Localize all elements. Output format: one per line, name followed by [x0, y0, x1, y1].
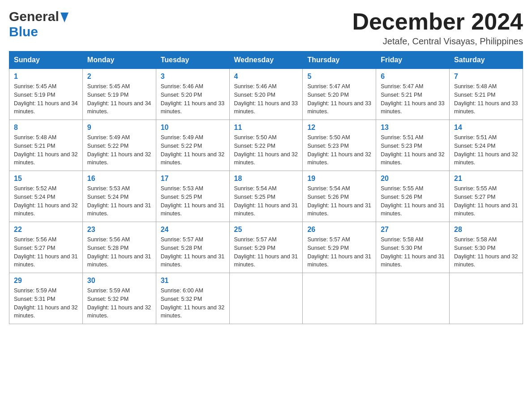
day-number: 2: [87, 73, 151, 81]
day-number: 30: [87, 277, 151, 285]
day-info: Sunrise: 5:50 AMSunset: 5:22 PMDaylight:…: [234, 133, 298, 167]
table-row: 19Sunrise: 5:54 AMSunset: 5:26 PMDayligh…: [303, 171, 376, 222]
table-row: 31Sunrise: 6:00 AMSunset: 5:32 PMDayligh…: [156, 273, 229, 324]
day-info: Sunrise: 5:55 AMSunset: 5:26 PMDaylight:…: [381, 184, 445, 218]
day-number: 21: [454, 175, 518, 183]
table-row: 26Sunrise: 5:57 AMSunset: 5:29 PMDayligh…: [303, 222, 376, 273]
table-row: 17Sunrise: 5:53 AMSunset: 5:25 PMDayligh…: [156, 171, 229, 222]
calendar-body: 1Sunrise: 5:45 AMSunset: 5:19 PMDaylight…: [9, 69, 523, 324]
day-info: Sunrise: 5:54 AMSunset: 5:26 PMDaylight:…: [307, 184, 371, 218]
location-subtitle: Jetafe, Central Visayas, Philippines: [352, 36, 523, 47]
table-row: 3Sunrise: 5:46 AMSunset: 5:20 PMDaylight…: [156, 69, 229, 120]
table-row: 14Sunrise: 5:51 AMSunset: 5:24 PMDayligh…: [450, 120, 523, 171]
day-number: 15: [14, 175, 78, 183]
day-info: Sunrise: 5:51 AMSunset: 5:24 PMDaylight:…: [454, 133, 518, 167]
day-info: Sunrise: 5:49 AMSunset: 5:22 PMDaylight:…: [161, 133, 225, 167]
table-row: 20Sunrise: 5:55 AMSunset: 5:26 PMDayligh…: [376, 171, 450, 222]
table-row: 30Sunrise: 5:59 AMSunset: 5:32 PMDayligh…: [82, 273, 156, 324]
day-info: Sunrise: 5:45 AMSunset: 5:19 PMDaylight:…: [87, 82, 151, 116]
day-number: 27: [381, 226, 445, 234]
day-number: 12: [307, 124, 371, 132]
table-row: [376, 273, 450, 324]
table-row: 1Sunrise: 5:45 AMSunset: 5:19 PMDaylight…: [9, 69, 83, 120]
title-section: December 2024 Jetafe, Central Visayas, P…: [352, 9, 523, 47]
day-number: 1: [14, 73, 78, 81]
day-info: Sunrise: 5:48 AMSunset: 5:21 PMDaylight:…: [14, 133, 78, 167]
day-info: Sunrise: 5:48 AMSunset: 5:21 PMDaylight:…: [454, 82, 518, 116]
day-number: 31: [161, 277, 225, 285]
day-info: Sunrise: 5:57 AMSunset: 5:29 PMDaylight:…: [307, 235, 371, 269]
day-info: Sunrise: 5:59 AMSunset: 5:32 PMDaylight:…: [87, 287, 151, 320]
table-row: 9Sunrise: 5:49 AMSunset: 5:22 PMDaylight…: [82, 120, 156, 171]
day-info: Sunrise: 5:53 AMSunset: 5:24 PMDaylight:…: [87, 184, 151, 218]
table-row: 18Sunrise: 5:54 AMSunset: 5:25 PMDayligh…: [229, 171, 303, 222]
day-number: 9: [87, 124, 151, 132]
calendar-header-row: Sunday Monday Tuesday Wednesday Thursday…: [9, 51, 523, 69]
day-number: 17: [161, 175, 225, 183]
day-info: Sunrise: 5:57 AMSunset: 5:29 PMDaylight:…: [234, 235, 298, 269]
calendar-week-row: 1Sunrise: 5:45 AMSunset: 5:19 PMDaylight…: [9, 69, 523, 120]
day-number: 5: [307, 73, 371, 81]
day-number: 14: [454, 124, 518, 132]
col-tuesday: Tuesday: [156, 51, 229, 69]
day-info: Sunrise: 5:57 AMSunset: 5:28 PMDaylight:…: [161, 235, 225, 269]
table-row: 23Sunrise: 5:56 AMSunset: 5:28 PMDayligh…: [82, 222, 156, 273]
table-row: 2Sunrise: 5:45 AMSunset: 5:19 PMDaylight…: [82, 69, 156, 120]
calendar-table: Sunday Monday Tuesday Wednesday Thursday…: [9, 51, 523, 324]
day-info: Sunrise: 5:56 AMSunset: 5:28 PMDaylight:…: [87, 235, 151, 269]
col-sunday: Sunday: [9, 51, 83, 69]
table-row: 24Sunrise: 5:57 AMSunset: 5:28 PMDayligh…: [156, 222, 229, 273]
day-info: Sunrise: 5:50 AMSunset: 5:23 PMDaylight:…: [307, 133, 371, 167]
day-info: Sunrise: 5:47 AMSunset: 5:20 PMDaylight:…: [307, 82, 371, 116]
day-info: Sunrise: 5:46 AMSunset: 5:20 PMDaylight:…: [161, 82, 225, 116]
logo-text-general: General: [9, 9, 59, 24]
day-number: 6: [381, 73, 445, 81]
day-number: 22: [14, 226, 78, 234]
table-row: 7Sunrise: 5:48 AMSunset: 5:21 PMDaylight…: [450, 69, 523, 120]
svg-marker-0: [60, 13, 69, 22]
table-row: 15Sunrise: 5:52 AMSunset: 5:24 PMDayligh…: [9, 171, 83, 222]
day-number: 7: [454, 73, 518, 81]
day-info: Sunrise: 5:59 AMSunset: 5:31 PMDaylight:…: [14, 287, 78, 320]
table-row: 28Sunrise: 5:58 AMSunset: 5:30 PMDayligh…: [450, 222, 523, 273]
day-number: 3: [161, 73, 225, 81]
day-info: Sunrise: 5:51 AMSunset: 5:23 PMDaylight:…: [381, 133, 445, 167]
col-monday: Monday: [82, 51, 156, 69]
table-row: 27Sunrise: 5:58 AMSunset: 5:30 PMDayligh…: [376, 222, 450, 273]
day-info: Sunrise: 5:52 AMSunset: 5:24 PMDaylight:…: [14, 184, 78, 218]
table-row: 16Sunrise: 5:53 AMSunset: 5:24 PMDayligh…: [82, 171, 156, 222]
day-info: Sunrise: 5:47 AMSunset: 5:21 PMDaylight:…: [381, 82, 445, 116]
day-info: Sunrise: 5:46 AMSunset: 5:20 PMDaylight:…: [234, 82, 298, 116]
day-info: Sunrise: 5:56 AMSunset: 5:27 PMDaylight:…: [14, 235, 78, 269]
day-number: 8: [14, 124, 78, 132]
day-number: 26: [307, 226, 371, 234]
day-info: Sunrise: 5:54 AMSunset: 5:25 PMDaylight:…: [234, 184, 298, 218]
table-row: 5Sunrise: 5:47 AMSunset: 5:20 PMDaylight…: [303, 69, 376, 120]
table-row: 11Sunrise: 5:50 AMSunset: 5:22 PMDayligh…: [229, 120, 303, 171]
table-row: [303, 273, 376, 324]
col-thursday: Thursday: [303, 51, 376, 69]
day-number: 4: [234, 73, 298, 81]
col-wednesday: Wednesday: [229, 51, 303, 69]
table-row: 13Sunrise: 5:51 AMSunset: 5:23 PMDayligh…: [376, 120, 450, 171]
table-row: 10Sunrise: 5:49 AMSunset: 5:22 PMDayligh…: [156, 120, 229, 171]
day-info: Sunrise: 5:58 AMSunset: 5:30 PMDaylight:…: [381, 235, 445, 269]
table-row: 22Sunrise: 5:56 AMSunset: 5:27 PMDayligh…: [9, 222, 83, 273]
calendar-week-row: 22Sunrise: 5:56 AMSunset: 5:27 PMDayligh…: [9, 222, 523, 273]
day-info: Sunrise: 5:53 AMSunset: 5:25 PMDaylight:…: [161, 184, 225, 218]
day-number: 10: [161, 124, 225, 132]
col-saturday: Saturday: [450, 51, 523, 69]
day-number: 28: [454, 226, 518, 234]
day-number: 25: [234, 226, 298, 234]
page-header: General Blue December 2024 Jetafe, Centr…: [9, 9, 523, 47]
table-row: [450, 273, 523, 324]
table-row: 12Sunrise: 5:50 AMSunset: 5:23 PMDayligh…: [303, 120, 376, 171]
col-friday: Friday: [376, 51, 450, 69]
day-number: 23: [87, 226, 151, 234]
logo: General Blue: [9, 9, 69, 39]
day-number: 18: [234, 175, 298, 183]
day-number: 13: [381, 124, 445, 132]
calendar-week-row: 8Sunrise: 5:48 AMSunset: 5:21 PMDaylight…: [9, 120, 523, 171]
day-number: 11: [234, 124, 298, 132]
day-number: 19: [307, 175, 371, 183]
